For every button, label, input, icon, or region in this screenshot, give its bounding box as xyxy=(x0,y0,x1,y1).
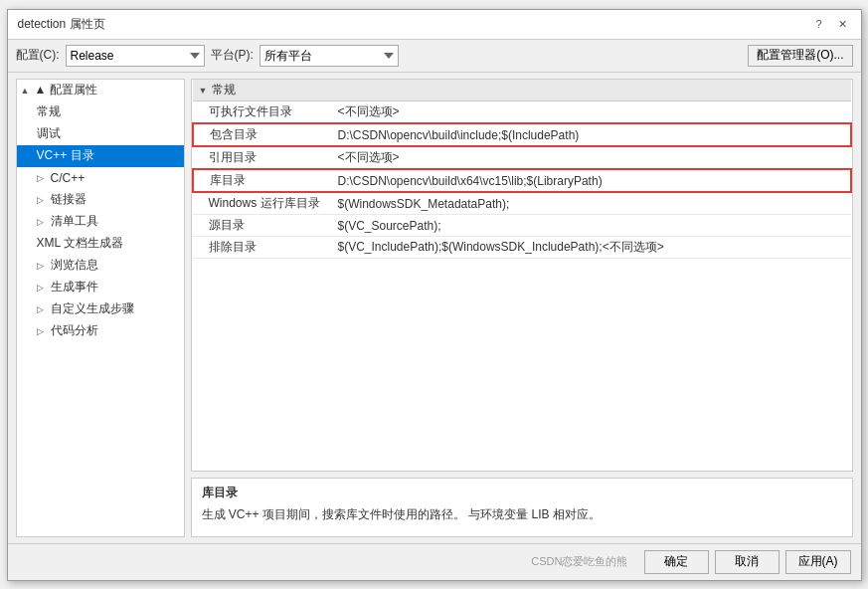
expand-icon-linker: ▷ xyxy=(37,195,47,205)
watermark: CSDN恋爱吃鱼的熊 xyxy=(531,554,627,569)
ok-button[interactable]: 确定 xyxy=(644,550,709,574)
sidebar-item-vcpp[interactable]: VC++ 目录 xyxy=(17,145,184,167)
sidebar-item-manifest[interactable]: ▷ 清单工具 xyxy=(17,211,184,233)
sidebar-item-linker[interactable]: ▷ 链接器 xyxy=(17,189,184,211)
title-bar-controls: ? ✕ xyxy=(811,18,850,31)
section-row-general: ▼ 常规 xyxy=(193,80,851,101)
config-manager-button[interactable]: 配置管理器(O)... xyxy=(748,45,852,67)
section-label: 常规 xyxy=(212,83,236,97)
table-row-lib[interactable]: 库目录 D:\CSDN\opencv\build\x64\vc15\lib;$(… xyxy=(193,169,851,192)
sidebar-item-cpp-label: C/C++ xyxy=(51,171,86,185)
sidebar-item-custom-build[interactable]: ▷ 自定义生成步骤 xyxy=(17,298,184,320)
sidebar-item-browse[interactable]: ▷ 浏览信息 xyxy=(17,255,184,277)
sidebar-item-debug-label: 调试 xyxy=(37,125,61,142)
table-row[interactable]: 引用目录 <不同选项> xyxy=(193,146,851,169)
description-title: 库目录 xyxy=(202,485,842,501)
expand-icon-manifest: ▷ xyxy=(37,217,47,227)
expand-icon-build-events: ▷ xyxy=(37,283,47,293)
description-area: 库目录 生成 VC++ 项目期间，搜索库文件时使用的路径。 与环境变量 LIB … xyxy=(191,478,853,537)
platform-label: 平台(P): xyxy=(211,47,254,64)
sidebar-section-header[interactable]: ▲ ▲ 配置属性 xyxy=(17,80,184,101)
prop-name-include: 包含目录 xyxy=(193,123,332,146)
prop-name-winruntime: Windows 运行库目录 xyxy=(193,192,332,215)
toolbar: 配置(C): Release 平台(P): 所有平台 配置管理器(O)... xyxy=(8,40,861,73)
sidebar-section-label: ▲ 配置属性 xyxy=(35,82,97,98)
close-button[interactable]: ✕ xyxy=(834,18,851,31)
help-button[interactable]: ? xyxy=(811,18,825,30)
sidebar-item-cpp[interactable]: ▷ C/C++ xyxy=(17,167,184,189)
prop-name-executable: 可执行文件目录 xyxy=(193,101,332,124)
sidebar-item-build-events-label: 生成事件 xyxy=(51,279,98,295)
sidebar-item-xml-label: XML 文档生成器 xyxy=(37,235,124,252)
collapse-icon: ▲ xyxy=(21,86,31,96)
prop-value-exclude: $(VC_IncludePath);$(WindowsSDK_IncludePa… xyxy=(332,237,851,259)
section-toggle[interactable]: ▼ xyxy=(199,86,209,96)
config-label: 配置(C): xyxy=(16,47,60,64)
prop-name-ref: 引用目录 xyxy=(193,146,332,169)
apply-button[interactable]: 应用(A) xyxy=(785,550,851,574)
sidebar-item-general[interactable]: 常规 xyxy=(17,101,184,123)
expand-icon-browse: ▷ xyxy=(37,261,47,271)
main-content: ▲ ▲ 配置属性 常规 调试 VC++ 目录 ▷ C/C++ ▷ 链接器 ▷ xyxy=(8,73,861,543)
sidebar-item-code-analysis-label: 代码分析 xyxy=(51,322,98,339)
title-bar: detection 属性页 ? ✕ xyxy=(8,10,861,40)
prop-name-exclude: 排除目录 xyxy=(193,237,332,259)
prop-name-source: 源目录 xyxy=(193,215,332,237)
prop-value-lib: D:\CSDN\opencv\build\x64\vc15\lib;$(Libr… xyxy=(332,169,851,192)
dialog-title: detection 属性页 xyxy=(18,16,105,33)
table-row[interactable]: 源目录 $(VC_SourcePath); xyxy=(193,215,851,237)
properties-table: ▼ 常规 可执行文件目录 <不同选项> 包含目录 D:\CSDN\op xyxy=(192,80,852,260)
sidebar-item-browse-label: 浏览信息 xyxy=(51,257,98,274)
dialog: detection 属性页 ? ✕ 配置(C): Release 平台(P): … xyxy=(7,9,862,581)
sidebar-item-linker-label: 链接器 xyxy=(51,191,87,208)
sidebar-item-debug[interactable]: 调试 xyxy=(17,123,184,145)
bottom-bar: CSDN恋爱吃鱼的熊 确定 取消 应用(A) xyxy=(8,543,861,580)
table-row[interactable]: 排除目录 $(VC_IncludePath);$(WindowsSDK_Incl… xyxy=(193,237,851,259)
table-row[interactable]: Windows 运行库目录 $(WindowsSDK_MetadataPath)… xyxy=(193,192,851,215)
sidebar-item-custom-build-label: 自定义生成步骤 xyxy=(51,300,134,317)
sidebar-item-code-analysis[interactable]: ▷ 代码分析 xyxy=(17,320,184,342)
platform-select[interactable]: 所有平台 xyxy=(260,45,399,67)
prop-value-source: $(VC_SourcePath); xyxy=(332,215,851,237)
prop-name-lib: 库目录 xyxy=(193,169,332,192)
table-row[interactable]: 可执行文件目录 <不同选项> xyxy=(193,101,851,124)
sidebar: ▲ ▲ 配置属性 常规 调试 VC++ 目录 ▷ C/C++ ▷ 链接器 ▷ xyxy=(16,79,185,537)
sidebar-item-build-events[interactable]: ▷ 生成事件 xyxy=(17,277,184,298)
prop-value-executable: <不同选项> xyxy=(332,101,851,124)
sidebar-item-general-label: 常规 xyxy=(37,103,61,120)
sidebar-item-vcpp-label: VC++ 目录 xyxy=(37,147,94,164)
right-panel: ▼ 常规 可执行文件目录 <不同选项> 包含目录 D:\CSDN\op xyxy=(191,79,853,537)
table-row-include[interactable]: 包含目录 D:\CSDN\opencv\build\include;$(Incl… xyxy=(193,123,851,146)
sidebar-item-manifest-label: 清单工具 xyxy=(51,213,98,230)
properties-table-container: ▼ 常规 可执行文件目录 <不同选项> 包含目录 D:\CSDN\op xyxy=(191,79,853,472)
prop-value-winruntime: $(WindowsSDK_MetadataPath); xyxy=(332,192,851,215)
expand-icon-custom-build: ▷ xyxy=(37,304,47,314)
expand-icon-cpp: ▷ xyxy=(37,173,47,183)
sidebar-item-xml[interactable]: XML 文档生成器 xyxy=(17,233,184,255)
config-select[interactable]: Release xyxy=(66,45,205,67)
expand-icon-code-analysis: ▷ xyxy=(37,326,47,336)
prop-value-include: D:\CSDN\opencv\build\include;$(IncludePa… xyxy=(332,123,851,146)
cancel-button[interactable]: 取消 xyxy=(715,550,780,574)
description-text: 生成 VC++ 项目期间，搜索库文件时使用的路径。 与环境变量 LIB 相对应。 xyxy=(202,505,842,523)
prop-value-ref: <不同选项> xyxy=(332,146,851,169)
